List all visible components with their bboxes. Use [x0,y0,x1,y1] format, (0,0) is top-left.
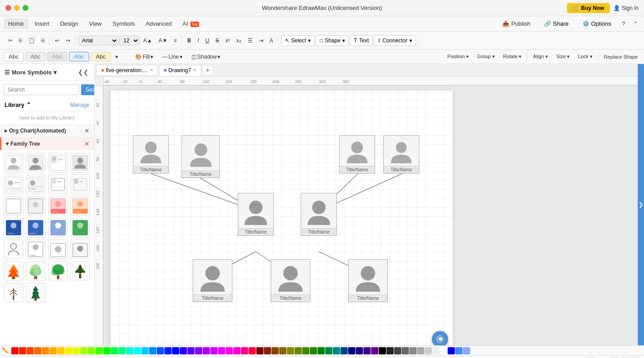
style-sample-2[interactable]: Abc [25,52,45,61]
color-swatch[interactable] [88,347,95,354]
symbol-item-ft19[interactable] [48,239,68,259]
color-swatch[interactable] [180,347,187,354]
color-swatch[interactable] [241,347,248,354]
color-swatch[interactable] [356,347,363,354]
menu-home[interactable]: Home [4,18,28,29]
collapse-button[interactable]: ⌃ [630,19,640,28]
rotate-button[interactable]: Rotate ▾ [500,53,524,60]
color-swatch[interactable] [417,347,424,354]
symbol-item-ft6[interactable]: Title/Name [26,174,45,194]
subscript-button[interactable]: x₂ [234,36,244,45]
color-swatch[interactable] [73,347,80,354]
font-color-button[interactable]: A [267,36,276,45]
publish-button[interactable]: 📤 Publish [497,18,536,29]
symbol-item-ft25[interactable] [4,283,23,303]
color-swatch[interactable] [295,347,302,354]
color-swatch[interactable] [310,347,317,354]
color-swatch[interactable] [317,347,325,354]
search-button[interactable]: Search [81,84,95,95]
symbol-item-ft12[interactable]: Title/Name [70,196,90,216]
manage-link[interactable]: Manage [70,102,90,108]
color-swatch[interactable] [256,347,263,354]
color-swatch[interactable] [11,347,18,354]
symbol-item-ft20[interactable] [70,239,90,259]
font-size-select[interactable]: 12 [119,36,140,46]
color-swatch[interactable] [394,347,401,354]
shape-tool-button[interactable]: □ Shape ▾ [316,35,349,46]
floating-action-button[interactable]: 💬 [432,331,448,345]
list-button[interactable]: ☰ [245,36,255,45]
symbol-item-ft7[interactable]: Name [48,174,68,194]
color-swatch[interactable] [249,347,256,354]
shadow-button[interactable]: ◫ Shadow ▾ [189,52,223,61]
menu-ai[interactable]: AI hot [178,18,203,29]
sidebar-collapse-button[interactable]: ❮❮ [77,68,90,77]
color-swatch[interactable] [134,347,141,354]
position-button[interactable]: Position ▾ [444,53,472,60]
redo-button[interactable]: ↪ [63,36,73,45]
family-tree-header[interactable]: ▾ Family Tree ✕ [0,138,94,150]
color-swatch[interactable] [264,347,271,354]
symbol-item-ft5[interactable]: Name [4,174,23,194]
menu-advanced[interactable]: Advanced [141,18,176,29]
color-swatch[interactable] [95,347,103,354]
color-swatch[interactable] [233,347,240,354]
color-swatch[interactable] [463,347,470,354]
color-swatch[interactable] [65,347,72,354]
menu-insert[interactable]: Insert [30,18,54,29]
color-swatch[interactable] [141,347,149,354]
color-swatch[interactable] [27,347,34,354]
symbol-item-ft3[interactable]: NameTitle [48,153,68,173]
color-swatch[interactable] [126,347,133,354]
symbol-item-ft21[interactable] [4,261,23,281]
symbol-item-ft18[interactable]: Title/Name [26,239,45,259]
symbol-item-ft14[interactable]: Title/Name [26,218,45,238]
superscript-button[interactable]: x² [223,36,233,45]
family-node-4[interactable]: Title/Name [383,135,419,174]
symbol-item-ft2[interactable]: Title/Name [26,153,45,173]
color-swatch[interactable] [272,347,279,354]
fill-button[interactable]: 🎨 Fill ▾ [132,52,156,61]
color-swatch[interactable] [440,347,447,354]
color-swatch[interactable] [57,347,64,354]
color-swatch[interactable] [325,347,332,354]
family-node-5[interactable]: Title/Name [238,193,274,236]
minimize-window-btn[interactable] [14,5,20,11]
group-button[interactable]: Group ▾ [474,53,498,60]
color-swatch[interactable] [425,347,432,354]
org-chart-header[interactable]: ▸ Org Chart(Automated) ✕ [0,124,94,137]
color-swatch[interactable] [50,347,57,354]
symbol-item-ft15[interactable] [48,218,68,238]
buy-now-button[interactable]: 🛒 Buy Now [567,3,609,13]
color-swatch[interactable] [333,347,340,354]
paste-button[interactable]: 📋 [26,36,38,45]
family-tree-close-button[interactable]: ✕ [84,140,90,147]
italic-button[interactable]: I [195,36,201,45]
style-sample-5[interactable]: Abc [91,52,111,61]
copy-button[interactable]: ⎘ [16,36,25,45]
symbol-item-ft1[interactable] [4,153,23,173]
symbol-item-ft10[interactable] [26,196,45,216]
undo-button[interactable]: ↩ [52,36,62,45]
color-swatch[interactable] [210,347,218,354]
symbol-item-ft11[interactable]: Title/Name [48,196,68,216]
color-swatch[interactable] [279,347,286,354]
tab-close-icon-2[interactable]: ✕ [193,68,196,73]
symbol-item-ft13[interactable]: Title/Name [4,218,23,238]
color-swatch[interactable] [340,347,348,354]
share-button[interactable]: 🔗 Share [539,18,574,29]
color-swatch[interactable] [42,347,49,354]
indent-button[interactable]: ⇥ [256,36,266,45]
underline-button[interactable]: U [203,36,212,45]
color-swatch[interactable] [80,347,87,354]
color-swatch[interactable] [379,347,386,354]
color-swatch[interactable] [402,347,409,354]
color-swatch[interactable] [287,347,294,354]
family-node-9[interactable]: Title/Name [348,259,388,302]
color-swatch[interactable] [187,347,195,354]
org-chart-close-button[interactable]: ✕ [84,127,90,134]
lock-button[interactable]: Lock ▾ [575,53,595,60]
family-node-7[interactable]: Title/Name [193,259,232,302]
search-input[interactable] [4,84,79,95]
connector-tool-button[interactable]: ⌇ Connector ▾ [374,35,416,46]
